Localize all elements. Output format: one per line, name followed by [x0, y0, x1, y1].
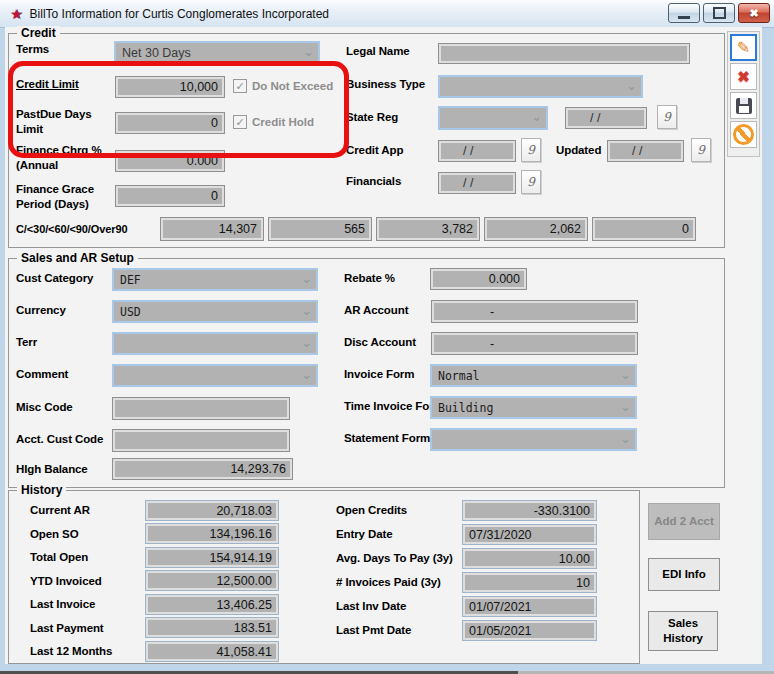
legal-name-label: Legal Name [346, 44, 410, 59]
aging-field-90[interactable]: 2,062 [484, 217, 588, 241]
maximize-button[interactable] [703, 3, 735, 23]
add-2-acct-button[interactable]: Add 2 Acct [648, 503, 720, 540]
last-invoice-field[interactable]: 13,406.25 [145, 594, 279, 615]
updated-label: Updated [556, 143, 601, 158]
chevron-down-icon: ⌄ [620, 430, 631, 445]
time-invoice-form-label: Time Invoice Form [344, 399, 444, 414]
app-star-icon: ★ [10, 7, 23, 21]
save-button[interactable] [730, 92, 757, 119]
edit-button[interactable]: ✎ [730, 34, 757, 61]
last-12-months-field[interactable]: 41,058.41 [145, 641, 279, 662]
last-invoice-label: Last Invoice [30, 597, 95, 612]
current-ar-field[interactable]: 20,718.03 [145, 500, 279, 521]
credit-limit-value: 10,000 [180, 80, 218, 94]
rebate-value: 0.000 [489, 272, 520, 286]
current-ar-value: 20,718.03 [216, 504, 272, 518]
ytd-invoiced-field[interactable]: 12,500.00 [145, 570, 279, 591]
updated-date-picker-button[interactable]: 9 [691, 138, 711, 162]
legal-name-field[interactable] [438, 43, 690, 64]
open-so-field[interactable]: 134,196.16 [145, 523, 279, 544]
cancel-prohibition-icon [733, 124, 754, 145]
close-button[interactable]: ✖ [738, 3, 770, 23]
aging-label: C/<30/<60/<90/Over90 [16, 222, 127, 236]
chevron-down-icon: ⌄ [303, 44, 314, 59]
rebate-field[interactable]: 0.000 [430, 268, 527, 290]
finance-grace-field[interactable]: 0 [115, 185, 225, 207]
sales-history-button[interactable]: Sales History [648, 611, 718, 651]
entry-date-field[interactable]: 07/31/2020 [462, 524, 597, 545]
financials-date-picker-button[interactable]: 9 [521, 170, 541, 194]
terms-dropdown[interactable]: Net 30 Days ⌄ [114, 41, 320, 65]
last-pmt-date-field[interactable]: 01/05/2021 [462, 620, 597, 641]
sales-ar-group-legend: Sales and AR Setup [17, 251, 138, 265]
currency-dropdown[interactable]: USD ⌄ [112, 300, 318, 323]
state-reg-date-picker-button[interactable]: 9 [657, 105, 677, 129]
current-ar-label: Current AR [30, 503, 90, 518]
ar-account-field[interactable]: - [431, 300, 638, 323]
finance-grace-value: 0 [211, 189, 218, 203]
checkbox-check-icon: ✓ [235, 80, 244, 93]
pastdue-days-limit-value: 0 [211, 116, 218, 130]
chevron-down-icon: ⌄ [620, 398, 631, 413]
invoice-form-value: Normal [438, 369, 480, 383]
credit-limit-field[interactable]: 10,000 [115, 76, 225, 98]
disc-account-label: Disc Account [344, 335, 416, 350]
minimize-button[interactable] [668, 3, 700, 23]
checkbox-check-icon: ✓ [235, 116, 244, 129]
edi-info-button[interactable]: EDI Info [648, 558, 720, 591]
calendar-picker-icon: 9 [527, 143, 535, 157]
minimize-icon [678, 16, 690, 19]
aging-value-60: 3,782 [442, 222, 473, 236]
financials-date-field[interactable]: / / [438, 172, 516, 194]
avg-days-to-pay-value: 10.00 [559, 552, 590, 566]
aging-field-current[interactable]: 14,307 [160, 217, 264, 241]
last-payment-field[interactable]: 183.51 [145, 617, 279, 638]
comment-label: Comment [16, 367, 68, 382]
entry-date-value: 07/31/2020 [469, 528, 532, 542]
terr-label: Terr [16, 335, 37, 350]
cancel-button[interactable] [730, 121, 757, 148]
cust-category-dropdown[interactable]: DEF ⌄ [112, 268, 318, 291]
updated-date-field[interactable]: / / [607, 140, 684, 162]
aging-field-over90[interactable]: 0 [592, 217, 696, 241]
statement-form-dropdown[interactable]: ⌄ [430, 428, 637, 451]
terr-dropdown[interactable]: ⌄ [112, 332, 318, 355]
entry-date-label: Entry Date [336, 527, 393, 542]
aging-value-over90: 0 [682, 222, 689, 236]
chevron-down-icon: ⌄ [626, 77, 637, 92]
do-not-exceed-checkbox[interactable]: ✓ [233, 79, 247, 93]
avg-days-to-pay-field[interactable]: 10.00 [462, 548, 597, 569]
credit-app-date-value: / / [463, 144, 473, 158]
state-reg-date-field[interactable]: / / [565, 107, 647, 129]
high-balance-field[interactable]: 14,293.76 [112, 458, 293, 480]
state-reg-dropdown[interactable]: ⌄ [438, 106, 548, 130]
finance-chrg-field[interactable]: 0.000 [115, 150, 225, 172]
open-credits-field[interactable]: -330.3100 [462, 500, 597, 521]
credit-hold-checkbox[interactable]: ✓ [233, 115, 247, 129]
aging-field-30[interactable]: 565 [268, 217, 372, 241]
ytd-invoiced-value: 12,500.00 [216, 574, 272, 588]
business-type-dropdown[interactable]: ⌄ [438, 75, 643, 98]
close-icon: ✖ [749, 7, 758, 20]
high-balance-value: 14,293.76 [230, 462, 286, 476]
last-inv-date-label: Last Inv Date [336, 599, 406, 614]
delete-button[interactable]: ✖ [730, 63, 757, 90]
last-inv-date-field[interactable]: 01/07/2021 [462, 596, 597, 617]
aging-field-60[interactable]: 3,782 [376, 217, 480, 241]
invoices-paid-field[interactable]: 10 [462, 572, 597, 593]
last-12-months-value: 41,058.41 [216, 645, 272, 659]
misc-code-field[interactable] [112, 397, 290, 420]
pastdue-days-limit-field[interactable]: 0 [115, 112, 225, 134]
credit-limit-label: Credit Limit [16, 77, 79, 92]
invoice-form-dropdown[interactable]: Normal ⌄ [430, 364, 637, 387]
comment-dropdown[interactable]: ⌄ [112, 364, 318, 387]
disc-account-field[interactable]: - [431, 332, 638, 355]
updated-date-value: / / [632, 144, 642, 158]
billto-window: ★ BillTo Information for Curtis Conglome… [0, 0, 774, 674]
delete-x-icon: ✖ [737, 69, 750, 84]
credit-app-date-picker-button[interactable]: 9 [521, 138, 541, 162]
total-open-field[interactable]: 154,914.19 [145, 547, 279, 568]
time-invoice-form-dropdown[interactable]: Building ⌄ [430, 396, 637, 419]
acct-cust-code-field[interactable] [112, 429, 290, 452]
credit-app-date-field[interactable]: / / [438, 140, 516, 162]
